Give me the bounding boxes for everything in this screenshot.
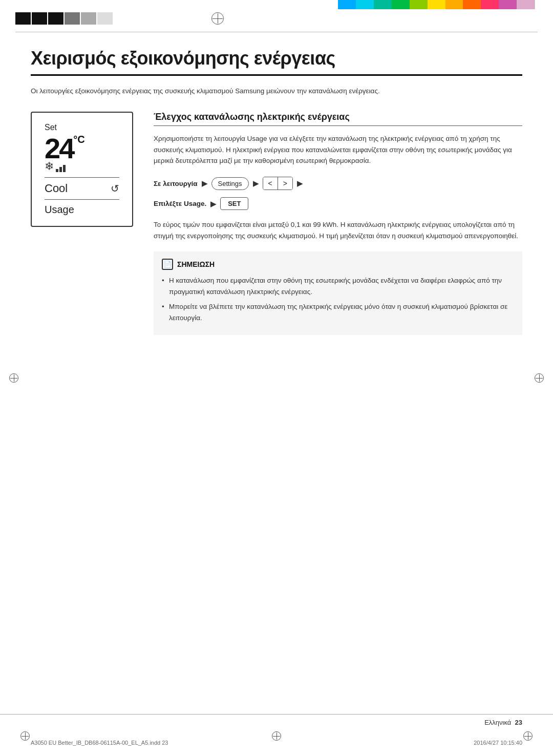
step-1-arrow3: ▶ xyxy=(297,179,303,187)
square-4 xyxy=(65,12,80,25)
bottom-bar: Ελληνικά 23 xyxy=(0,714,553,730)
step-2-label: Επιλέξτε Usage. xyxy=(154,200,206,207)
section-title: Έλεγχος κατανάλωσης ηλεκτρικής ενέργειας xyxy=(154,112,522,126)
left-side-mark xyxy=(9,373,18,383)
right-content: Έλεγχος κατανάλωσης ηλεκτρικής ενέργειας… xyxy=(154,112,522,334)
right-side-mark xyxy=(535,373,544,383)
subtitle-text: Οι λειτουργίες εξοικονόμησης ενέργειας τ… xyxy=(31,86,522,96)
bar-2 xyxy=(59,167,62,172)
bar-1 xyxy=(56,169,58,172)
registration-squares-left xyxy=(15,12,113,25)
step-1-label: Σε λειτουργία xyxy=(154,180,198,187)
lcd-divider-2 xyxy=(45,199,119,200)
nav-buttons: < > xyxy=(263,177,293,190)
step-1-arrow: ▶ xyxy=(202,179,207,187)
page-number: 23 xyxy=(515,719,522,726)
bottom-left-mark xyxy=(20,731,30,741)
snowflake-icon: ❄ xyxy=(45,160,54,173)
footer-info: A3050 EU Better_IB_DB68-06115A-00_EL_A5.… xyxy=(31,740,522,746)
lcd-display: Set 24 °C ❄ Cool ↺ xyxy=(31,112,133,227)
lcd-cool-label: Cool xyxy=(45,182,68,195)
range-text: Το εύρος τιμών που εμφανίζεται είναι μετ… xyxy=(154,219,522,241)
page-title: Χειρισμός εξοικονόμησης ενέργειας xyxy=(31,48,522,76)
nav-left-button[interactable]: < xyxy=(263,177,278,190)
nav-right-button[interactable]: > xyxy=(278,177,292,190)
square-1 xyxy=(15,12,31,25)
step-1-diagram: Σε λειτουργία ▶ Settings ▶ < > ▶ xyxy=(154,177,522,190)
note-item-2: Μπορείτε να βλέπετε την κατανάλωση της η… xyxy=(162,301,514,323)
step-2-row: Επιλέξτε Usage. ▶ SET xyxy=(154,197,522,210)
page-content: Χειρισμός εξοικονόμησης ενέργειας Οι λει… xyxy=(0,37,553,366)
square-2 xyxy=(32,12,47,25)
fan-icon: ↺ xyxy=(111,182,119,195)
main-content: Set 24 °C ❄ Cool ↺ xyxy=(31,112,522,334)
note-item-1: Η κατανάλωση που εμφανίζεται στην οθόνη … xyxy=(162,275,514,297)
step-1-arrow2: ▶ xyxy=(253,179,259,187)
section-body-1: Χρησιμοποιήστε τη λειτουργία Usage για ν… xyxy=(154,133,522,166)
top-rule xyxy=(15,32,538,32)
lcd-set-row: Set xyxy=(45,123,119,132)
set-button[interactable]: SET xyxy=(220,197,248,210)
bottom-right-mark xyxy=(523,731,533,741)
lcd-usage-label: Usage xyxy=(45,204,119,216)
footer-date: 2016/4/27 10:15:40 xyxy=(474,740,522,746)
note-icon: 📄 xyxy=(162,259,173,270)
square-5 xyxy=(81,12,96,25)
page-number-text: Ελληνικά 23 xyxy=(484,719,522,726)
header-area xyxy=(0,12,553,25)
square-6 xyxy=(97,12,113,25)
lcd-divider-1 xyxy=(45,177,119,178)
note-box: 📄 ΣΗΜΕΙΩΣΗ Η κατανάλωση που εμφανίζεται … xyxy=(154,251,522,334)
language-label: Ελληνικά xyxy=(484,719,511,726)
step-2-arrow: ▶ xyxy=(210,200,216,208)
settings-button[interactable]: Settings xyxy=(211,177,249,190)
bar-3 xyxy=(63,165,66,172)
lcd-set-label: Set xyxy=(45,123,57,132)
lcd-temp-row: 24 °C xyxy=(45,134,119,163)
lcd-cool-row: Cool ↺ xyxy=(45,182,119,195)
square-3 xyxy=(48,12,63,25)
signal-bars xyxy=(56,165,66,172)
note-header: 📄 ΣΗΜΕΙΩΣΗ xyxy=(162,259,514,270)
footer-file: A3050 EU Better_IB_DB68-06115A-00_EL_A5.… xyxy=(31,740,168,746)
lcd-degree: °C xyxy=(73,134,84,144)
note-list: Η κατανάλωση που εμφανίζεται στην οθόνη … xyxy=(162,275,514,323)
lcd-temperature: 24 xyxy=(45,134,73,163)
center-registration-mark xyxy=(211,12,224,25)
note-title: ΣΗΜΕΙΩΣΗ xyxy=(177,260,215,268)
